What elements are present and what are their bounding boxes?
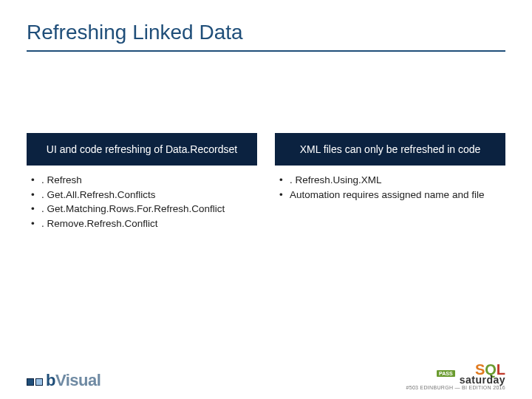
bullet-icon: •	[31, 216, 41, 231]
column-right-heading: XML files can only be refreshed in code	[275, 133, 505, 166]
bullet-icon: •	[279, 188, 290, 202]
list-item-text: . Get.Matching.Rows.For.Refresh.Conflict	[41, 202, 257, 216]
logo-sqlsaturday-subtitle: #503 EDINBURGH — BI EDITION 2016	[406, 385, 505, 390]
slide: Refreshing Linked Data UI and code refre…	[0, 0, 532, 399]
columns: UI and code refreshing of Data.Recordset…	[27, 133, 505, 231]
list-item-text: . Refresh.Using.XML	[290, 173, 505, 188]
logo-bvisual-prefix: b	[46, 371, 55, 389]
title-rule	[27, 50, 505, 52]
list-item-text: . Refresh	[41, 173, 257, 188]
bullet-icon: •	[31, 202, 41, 216]
bullet-icon: •	[279, 173, 290, 188]
logo-bvisual-suffix: Visual	[55, 371, 100, 389]
logo-bvisual-text: bVisual	[46, 371, 100, 390]
list-item: • . Get.Matching.Rows.For.Refresh.Confli…	[31, 202, 257, 216]
column-right-items: • . Refresh.Using.XML • Automation requi…	[275, 166, 505, 202]
logo-sqlsaturday: PASS SQL saturday #503 EDINBURGH — BI ED…	[406, 363, 505, 390]
column-right: XML files can only be refreshed in code …	[275, 133, 505, 231]
bullet-icon: •	[31, 173, 41, 188]
logo-saturday: saturday	[460, 375, 505, 385]
logo-sqlsaturday-top: PASS SQL saturday	[406, 363, 505, 385]
pass-badge: PASS	[437, 370, 455, 377]
logo-bvisual: bVisual	[27, 371, 100, 390]
list-item-text: . Get.All.Refresh.Conflicts	[41, 188, 257, 202]
logo-sql-letters: SQL saturday	[460, 363, 505, 385]
list-item-text: Automation requires assigned name and fi…	[290, 188, 505, 202]
square-icon	[35, 378, 43, 386]
list-item: • . Remove.Refresh.Conflict	[31, 216, 257, 231]
bullet-icon: •	[31, 188, 41, 202]
page-title: Refreshing Linked Data	[27, 21, 505, 44]
list-item: • Automation requires assigned name and …	[279, 188, 505, 202]
footer: bVisual PASS SQL saturday #503 EDINBURGH…	[0, 363, 532, 390]
list-item-text: . Remove.Refresh.Conflict	[41, 216, 257, 231]
list-item: • . Refresh	[31, 173, 257, 188]
square-icon	[27, 378, 34, 386]
logo-bvisual-mark-icon	[27, 378, 43, 386]
column-left-items: • . Refresh • . Get.All.Refresh.Conflict…	[27, 166, 257, 231]
column-left-heading: UI and code refreshing of Data.Recordset	[27, 133, 257, 166]
list-item: • . Refresh.Using.XML	[279, 173, 505, 188]
list-item: • . Get.All.Refresh.Conflicts	[31, 188, 257, 202]
column-left: UI and code refreshing of Data.Recordset…	[27, 133, 257, 231]
